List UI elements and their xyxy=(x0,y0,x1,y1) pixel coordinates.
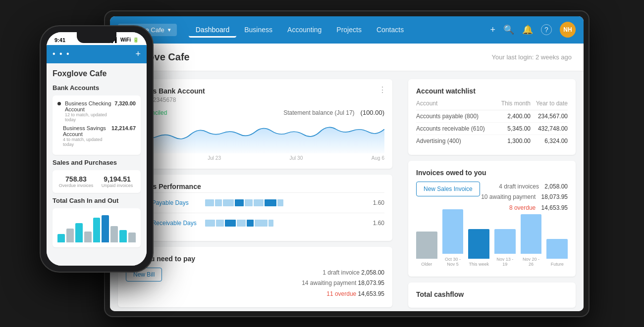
sub-header: Foxglove Cafe Your last login: 2 weeks a… xyxy=(110,44,584,71)
watchlist-title: Account watchlist xyxy=(416,87,568,95)
tablet-screen: Foxglove Cafe ▼ Dashboard Business Accou… xyxy=(110,16,584,311)
bank-chart-svg xyxy=(126,121,384,153)
nav-contacts[interactable]: Contacts xyxy=(370,22,411,38)
phone-nav-add[interactable]: + xyxy=(135,49,141,59)
business-performance-title: Business Performance xyxy=(126,183,384,190)
invoice-awaiting-row: 10 awaiting payment 18,073.95 xyxy=(481,192,568,203)
inv-group-older: Older xyxy=(416,232,437,267)
inv-bar-older xyxy=(416,232,437,259)
inv-group-oct: Oct 30 - Nov 5 xyxy=(442,209,464,267)
bank-card-menu-icon[interactable]: ⋮ xyxy=(378,85,386,94)
tablet-device: Foxglove Cafe ▼ Dashboard Business Accou… xyxy=(104,10,590,317)
phone-cashflow-chart xyxy=(57,215,136,242)
rb-6 xyxy=(255,220,268,227)
pb-5 xyxy=(245,199,253,206)
bills-awaiting-label: 14 awaiting payment xyxy=(302,280,356,286)
business-performance-card: Business Performance Accounts Payable Da… xyxy=(118,175,392,241)
pb-7 xyxy=(265,199,276,206)
user-avatar[interactable]: NH xyxy=(560,22,576,38)
inv-label-future: Future xyxy=(551,262,564,267)
phone-notch xyxy=(77,32,116,43)
ph-bar-8 xyxy=(119,230,127,242)
wifi-icon: WiFi xyxy=(120,37,131,43)
nav-business[interactable]: Business xyxy=(237,22,279,38)
inv-label-this-week: This week xyxy=(469,262,489,267)
watchlist-row-payable: Accounts payable (800) 2,400.00 234,567.… xyxy=(416,110,568,122)
bills-stats: 1 draft invoice 2,058.00 14 awaiting pay… xyxy=(302,268,384,300)
bills-overdue-row: 11 overdue 14,653.95 xyxy=(302,289,384,300)
bills-draft-amount: 2,058.00 xyxy=(361,269,384,276)
phone-savings-sub: 4 to match, updated today xyxy=(57,137,111,147)
watchlist-col-account: Account xyxy=(416,100,496,110)
phone-savings-row: Business Savings Account 4 to match, upd… xyxy=(57,125,136,147)
top-nav: Foxglove Cafe ▼ Dashboard Business Accou… xyxy=(110,16,584,44)
phone-sales-card: 758.83 Overdue invoices 9,194.51 Unpaid … xyxy=(53,170,141,193)
invoice-awaiting-label: 10 awaiting payment xyxy=(481,193,536,200)
invoices-title: Invoices owed to you xyxy=(416,169,568,177)
watchlist-row-receivable: Accounts receivable (610) 5,345.00 432,7… xyxy=(416,122,568,135)
bell-icon[interactable]: 🔔 xyxy=(522,24,533,35)
bills-awaiting-amount: 18,073.95 xyxy=(358,280,384,286)
invoice-draft-amount: 2,058.00 xyxy=(544,183,568,190)
phone-unpaid-stat: 9,194.51 Unpaid invoices xyxy=(99,175,136,188)
nav-dashboard[interactable]: Dashboard xyxy=(189,22,237,38)
rb-2 xyxy=(216,220,224,227)
phone-overdue-amount: 758.83 xyxy=(57,175,95,183)
ph-bar-6 xyxy=(102,215,109,242)
inv-bar-this-week xyxy=(468,229,489,259)
pb-1 xyxy=(205,199,214,206)
ph-bar-4 xyxy=(84,232,92,242)
phone-nav-menu[interactable]: • • • xyxy=(53,49,70,58)
receivable-days-row: Accounts Receivable Days 1.60 xyxy=(126,218,384,228)
phone-content: Foxglove Cafe Bank Accounts Business Che… xyxy=(47,63,147,266)
phone-checking-sub: 12 to match, updated today xyxy=(65,112,114,122)
invoices-card: Invoices owed to you New Sales Invoice 4… xyxy=(408,161,576,277)
watchlist-table: Account This month Year to date Accounts… xyxy=(416,100,568,147)
search-icon[interactable]: 🔍 xyxy=(503,24,514,35)
invoices-header-row: New Sales Invoice 4 draft invoices 2,058… xyxy=(416,182,568,214)
phone-screen: 9:41 ▌▌▌ WiFi 🔋 • • • + Foxglove Cafe Ba… xyxy=(47,32,147,266)
watchlist-col-ytd: Year to date xyxy=(531,100,568,110)
invoice-draft-row: 4 draft invoices 2,058.00 xyxy=(481,182,568,192)
new-invoice-button[interactable]: New Sales Invoice xyxy=(416,182,480,196)
ph-bar-9 xyxy=(128,233,136,242)
phone-org-name: Foxglove Cafe xyxy=(53,69,141,78)
inv-label-older: Older xyxy=(421,262,432,267)
inv-label-oct: Oct 30 - Nov 5 xyxy=(442,257,464,267)
invoice-draft-label: 4 draft invoices xyxy=(499,183,539,190)
phone-cashflow-card xyxy=(53,208,141,247)
inv-group-nov13: Nov 13 - 19 xyxy=(494,229,516,267)
bills-draft-row: 1 draft invoice 2,058.00 xyxy=(302,268,384,279)
bills-card: Bills you need to pay New Bill 1 draft i… xyxy=(118,247,392,308)
inv-bar-nov13 xyxy=(494,229,516,254)
statement-amount: (100.00) xyxy=(361,109,384,116)
ph-bar-1 xyxy=(57,234,65,242)
watchlist-receivable-ytd: 432,748.00 xyxy=(531,122,568,135)
phone-checking-row: Business Checking Account 12 to match, u… xyxy=(57,100,136,122)
phone-time: 9:41 xyxy=(54,37,65,43)
bills-overdue-label: 11 overdue xyxy=(326,290,356,297)
chart-date-4: Aug 6 xyxy=(372,155,384,161)
watchlist-account-receivable: Accounts receivable (610) xyxy=(416,122,496,135)
invoice-overdue-row: 8 overdue 14,653.95 xyxy=(481,203,568,214)
main-content: Business Bank Account 306-234-12345678 ⋮… xyxy=(110,71,584,311)
rb-3 xyxy=(225,220,236,227)
add-icon[interactable]: + xyxy=(490,25,495,35)
phone-checking-name: Business Checking Account xyxy=(65,100,114,112)
chart-date-2: Jul 23 xyxy=(208,155,221,161)
nav-projects[interactable]: Projects xyxy=(329,22,369,38)
last-login-text: Your last login: 2 weeks ago xyxy=(492,53,572,61)
nav-links: Dashboard Business Accounting Projects C… xyxy=(189,22,490,38)
watchlist-advertising-month: 1,300.00 xyxy=(496,135,531,147)
statement-balance-label: Statement balance (Jul 17) xyxy=(283,109,354,116)
nav-accounting[interactable]: Accounting xyxy=(280,22,328,38)
watchlist-row-advertising: Advertising (400) 1,300.00 6,324.00 xyxy=(416,135,568,147)
bills-overdue-amount: 14,653.95 xyxy=(358,290,384,297)
phone-device: 9:41 ▌▌▌ WiFi 🔋 • • • + Foxglove Cafe Ba… xyxy=(40,25,154,273)
phone-overdue-stat: 758.83 Overdue invoices xyxy=(57,175,95,188)
ph-bar-2 xyxy=(66,229,74,242)
inv-group-this-week: This week xyxy=(468,229,489,267)
help-icon[interactable]: ? xyxy=(541,24,552,35)
inv-bar-oct xyxy=(442,209,464,254)
ph-bar-5 xyxy=(93,218,101,242)
